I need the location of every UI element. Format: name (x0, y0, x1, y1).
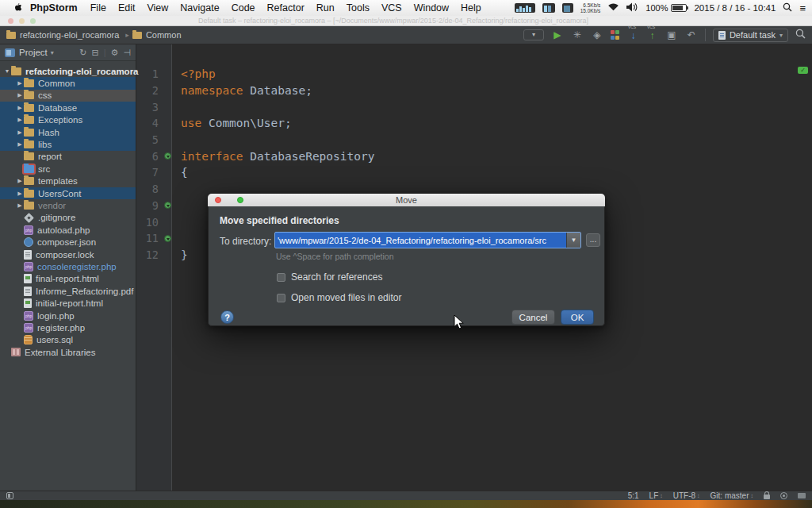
battery-status[interactable]: 100% (645, 3, 687, 13)
tree-item-report[interactable]: report (0, 151, 136, 163)
tree-item-templates[interactable]: ▶templates (0, 175, 136, 187)
code-line-2[interactable]: 2namespace Database; (136, 83, 812, 99)
tree-item-users-sql[interactable]: users.sql (0, 334, 136, 346)
rollback-icon[interactable]: ↶ (685, 29, 698, 40)
vcs-update-button[interactable]: VCS↓ (627, 28, 639, 42)
tree-item-hash[interactable]: ▶Hash (0, 126, 136, 138)
tree-item-consoleregister-php[interactable]: consoleregister.php (0, 260, 136, 272)
line-ending-widget[interactable]: LF↕ (649, 491, 663, 500)
checkbox-icon[interactable] (277, 273, 285, 282)
tree-item-exceptions[interactable]: ▶Exceptions (0, 114, 136, 126)
to-directory-value[interactable]: 'www/mpwar/2015-2/de-04_Refactoring/refa… (275, 236, 566, 245)
collapse-all-icon[interactable]: ⊟ (91, 48, 98, 58)
expand-arrow-icon[interactable]: ▶ (16, 117, 24, 123)
breadcrumb-project[interactable]: refactoring-eloi_rocamora (6, 30, 119, 40)
highlighting-level-icon[interactable] (780, 492, 787, 499)
menu-bar-clock[interactable]: 2015 / 8 / 16 - 10:41 (694, 3, 776, 13)
tree-item-composer-lock[interactable]: composer.lock (0, 248, 136, 260)
close-window-icon[interactable] (8, 18, 13, 24)
browse-button[interactable]: ... (586, 233, 600, 247)
menu-help[interactable]: Help (461, 2, 481, 13)
expand-arrow-icon[interactable]: ▼ (3, 68, 11, 74)
notification-center-icon[interactable]: ≡ (799, 2, 806, 14)
open-moved-files-checkbox[interactable]: Open moved files in editor (277, 292, 401, 303)
expand-arrow-icon[interactable]: ▶ (16, 80, 24, 87)
run-button[interactable]: ▶ (551, 29, 564, 40)
caret-position-widget[interactable]: 5:1 (628, 491, 639, 500)
expand-arrow-icon[interactable]: ▶ (16, 105, 24, 111)
tree-item-register-php[interactable]: register.php (0, 321, 136, 333)
inspection-ok-indicator[interactable]: ✓ (798, 67, 808, 74)
menu-edit[interactable]: Edit (118, 2, 136, 13)
menu-navigate[interactable]: Navigate (180, 2, 219, 13)
ok-button[interactable]: OK (561, 310, 594, 325)
tree-item-refactoring-eloi-rocamora[interactable]: ▼refactoring-eloi_rocamora (0, 65, 136, 77)
profiler-icon[interactable]: ◈ (591, 29, 603, 40)
code-line-1[interactable]: 1<?php (136, 66, 812, 83)
code-line-6[interactable]: 6interface DatabaseRepository (136, 148, 812, 164)
cancel-button[interactable]: Cancel (511, 310, 555, 325)
expand-arrow-icon[interactable]: ▶ (16, 141, 24, 148)
menu-window[interactable]: Window (414, 2, 449, 13)
to-directory-combobox[interactable]: 'www/mpwar/2015-2/de-04_Refactoring/refa… (274, 232, 581, 248)
search-everywhere-icon[interactable] (795, 28, 806, 42)
menu-run[interactable]: Run (316, 2, 335, 13)
expand-arrow-icon[interactable]: ▶ (16, 129, 24, 136)
tree-item-database[interactable]: ▶Database (0, 102, 136, 114)
tree-item-composer-json[interactable]: composer.json (0, 236, 136, 248)
implemented-marker-icon[interactable] (164, 202, 171, 209)
tree-item-autoload-php[interactable]: autoload.php (0, 224, 136, 236)
tree-item--gitignore[interactable]: .gitignore (0, 212, 136, 224)
vcs-commit-button[interactable]: VCS↑ (646, 28, 658, 42)
expand-arrow-icon[interactable]: ▶ (16, 92, 24, 98)
minimize-window-icon[interactable] (19, 18, 25, 24)
tree-item-vendor[interactable]: ▶vendor (0, 199, 136, 211)
settings-gear-icon[interactable]: ⚙ (111, 48, 119, 58)
combo-dropdown-icon[interactable]: ▼ (566, 233, 580, 248)
write-access-lock-icon[interactable] (764, 495, 770, 499)
tree-item-informe-refactoring-pdf[interactable]: Informe_Refactoring.pdf (0, 285, 136, 297)
run-configuration-combo[interactable]: ▾ (523, 29, 544, 40)
spotlight-search-icon[interactable] (783, 2, 792, 14)
menu-file[interactable]: File (90, 2, 106, 13)
tree-item-initial-report-html[interactable]: initial-report.html (0, 297, 136, 309)
tree-item-userscont[interactable]: ▶UsersCont (0, 187, 136, 199)
code-line-7[interactable]: 7{ (136, 164, 812, 181)
help-button[interactable]: ? (220, 310, 234, 324)
run-with-coverage-icon[interactable]: ✳ (571, 29, 584, 40)
istat-disk-meter-icon[interactable] (562, 3, 573, 13)
menu-refactor[interactable]: Refactor (267, 2, 304, 13)
expand-arrow-icon[interactable]: ▶ (16, 178, 24, 184)
encoding-widget[interactable]: UTF-8↕ (673, 491, 700, 500)
menu-vcs[interactable]: VCS (381, 2, 402, 13)
apple-menu-icon[interactable] (13, 2, 22, 13)
istat-cpu-meter-icon[interactable] (515, 3, 535, 13)
tree-item-common[interactable]: ▶Common (0, 77, 136, 89)
search-for-references-checkbox[interactable]: Search for references (277, 271, 382, 283)
git-branch-widget[interactable]: Git: master↕ (710, 491, 753, 500)
expand-arrow-icon[interactable]: ▶ (16, 202, 24, 209)
implemented-marker-icon[interactable] (164, 235, 171, 242)
code-line-5[interactable]: 5 (136, 132, 812, 148)
checkbox-icon[interactable] (277, 294, 285, 302)
colored-grid-icon[interactable] (611, 30, 620, 40)
default-task-combo[interactable]: Default task ▾ (713, 29, 788, 42)
istat-memory-meter-icon[interactable] (542, 3, 555, 13)
dialog-zoom-icon[interactable] (237, 197, 243, 203)
menu-code[interactable]: Code (232, 2, 255, 13)
code-line-3[interactable]: 3 (136, 98, 812, 115)
tree-item-final-report-html[interactable]: final-report.html (0, 273, 136, 285)
tree-item-login-php[interactable]: login.php (0, 310, 136, 321)
tree-item-external-libraries[interactable]: External Libraries (0, 346, 136, 358)
tree-item-css[interactable]: ▶css (0, 90, 136, 102)
code-line-4[interactable]: 4use Common\User; (136, 115, 812, 132)
app-menu-phpstorm[interactable]: PhpStorm (30, 2, 78, 13)
tree-item-libs[interactable]: ▶libs (0, 138, 136, 150)
tree-item-src[interactable]: src (0, 163, 136, 175)
breadcrumb-common[interactable]: Common (132, 30, 182, 40)
move-dialog-title-bar[interactable]: Move (208, 194, 605, 206)
volume-icon[interactable] (626, 2, 638, 14)
expand-arrow-icon[interactable]: ▶ (16, 190, 24, 197)
implemented-marker-icon[interactable] (164, 152, 171, 160)
scroll-from-source-icon[interactable]: ↻ (79, 48, 86, 58)
